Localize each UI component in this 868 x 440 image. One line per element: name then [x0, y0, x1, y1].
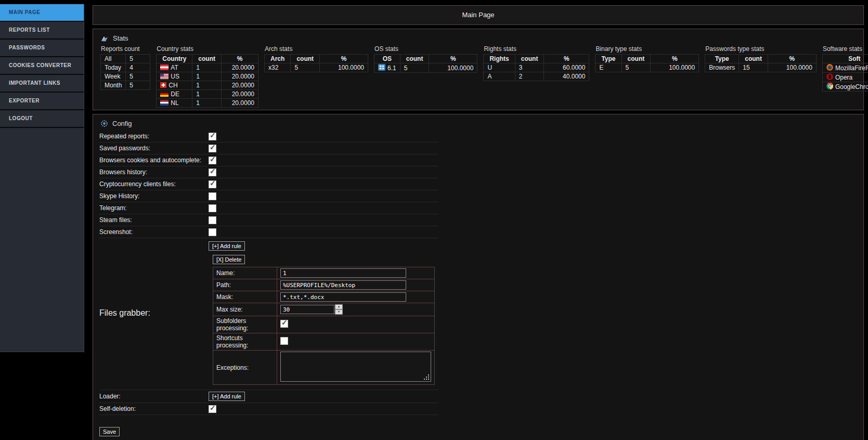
cell-percent: 100.0000	[320, 63, 368, 72]
repeated-reports-checkbox[interactable]	[209, 133, 216, 140]
cell-count: 2	[515, 72, 544, 81]
field-label: Exceptions:	[213, 351, 277, 385]
table-row: Today4	[101, 63, 150, 72]
table-row: U 3 60.0000	[484, 63, 589, 72]
config-row-telegram: Telegram:	[99, 202, 438, 214]
resize-grip-icon[interactable]	[428, 379, 429, 380]
rights-stats-table: Rights count % U 3 60.0000 A 2	[483, 54, 589, 81]
saved-passwords-checkbox[interactable]	[209, 145, 216, 152]
col-header: Type	[705, 55, 739, 63]
cell-count: 5	[621, 63, 651, 72]
cryptocurrency-files-checkbox[interactable]	[209, 180, 216, 188]
sidebar-item-main-page[interactable]: MAIN PAGE	[0, 4, 84, 22]
config-label: Skype History:	[99, 192, 209, 200]
cell-arch: x32	[265, 63, 291, 72]
col-header: OS	[374, 55, 400, 63]
browsers-cookies-checkbox[interactable]	[209, 157, 216, 164]
cell-count: 3	[515, 63, 544, 72]
col-header: Rights	[484, 55, 515, 63]
rule-path-input[interactable]	[280, 280, 406, 290]
cell-label: Week	[101, 72, 126, 81]
cell-country: NL	[157, 99, 192, 108]
stats-block-os: OS stats OS count % 6.1 5 100.0000	[374, 45, 477, 73]
table-row: Browsers 15 100.0000	[705, 63, 817, 72]
config-label: Telegram:	[99, 204, 209, 212]
save-button[interactable]: Save	[99, 427, 120, 436]
table-header-row: Arch count %	[265, 55, 368, 63]
cell-value: 4	[126, 63, 150, 72]
skype-history-checkbox[interactable]	[209, 192, 216, 200]
self-deletion-checkbox[interactable]	[209, 405, 216, 413]
gear-icon	[100, 120, 108, 127]
browsers-history-checkbox[interactable]	[209, 169, 216, 176]
field-label: Name:	[213, 267, 277, 279]
chrome-icon	[826, 83, 833, 89]
firefox-icon	[826, 64, 833, 71]
cell-country: CH	[157, 81, 192, 90]
screenshot-checkbox[interactable]	[209, 228, 216, 236]
config-label: Repeated reports:	[99, 133, 209, 140]
stepper-down-button[interactable]: ▼	[335, 309, 343, 315]
rule-name-input[interactable]	[280, 268, 406, 278]
flag-germany-icon	[160, 91, 169, 97]
cell-percent: 20.0000	[222, 81, 258, 90]
shortcuts-processing-checkbox[interactable]	[280, 337, 288, 345]
sidebar-item-cookies-converter[interactable]: COOKIES CONVERTER	[0, 57, 84, 75]
stats-block-software: Software stats Soft count % MozillaFireF…	[822, 45, 868, 92]
software-stats-table: Soft count % MozillaFireFox 9 60.0000 Op…	[822, 54, 868, 92]
table-row: Week5	[101, 72, 150, 81]
col-header: Soft	[822, 55, 868, 63]
sidebar-item-logout[interactable]: LOGOUT	[0, 110, 84, 128]
cell-percent: 20.0000	[222, 72, 258, 81]
cell-rights: A	[484, 72, 515, 81]
config-row-cryptocurrency-files: Cryptocurrency clients files:	[99, 178, 438, 190]
field-value-cell	[277, 267, 435, 279]
files-grabber-label: Files grabber:	[99, 308, 209, 318]
col-header: %	[429, 55, 477, 63]
stats-block-reports-count: Reports count All5 Today4 Week5 Month5	[100, 45, 150, 90]
subfolders-processing-checkbox[interactable]	[280, 320, 288, 328]
stats-block-title: Passwords type stats	[705, 45, 817, 53]
sidebar-item-reports-list[interactable]: REPORTS LIST	[0, 22, 84, 40]
table-row: MozillaFireFox 9 60.0000	[822, 63, 868, 73]
rule-field-row: Max size: ▲▼	[213, 303, 435, 316]
table-header-row: Type count %	[595, 55, 699, 63]
sidebar: MAIN PAGE REPORTS LIST PASSWORDS COOKIES…	[0, 4, 84, 352]
cell-soft: GoogleChrome	[822, 82, 868, 92]
add-rule-button[interactable]: [+] Add rule	[209, 241, 245, 251]
loader-row: Loader: [+] Add rule	[99, 390, 438, 403]
loader-add-rule-button[interactable]: [+] Add rule	[209, 392, 245, 401]
sidebar-item-exporter[interactable]: EXPORTER	[0, 93, 84, 110]
config-row-skype-history: Skype History:	[99, 190, 438, 202]
software-name: MozillaFireFox	[835, 64, 868, 72]
col-header: %	[651, 55, 699, 63]
sidebar-item-passwords[interactable]: PASSWORDS	[0, 40, 84, 57]
stepper-buttons: ▲▼	[335, 304, 343, 315]
files-grabber-controls: [+] Add rule [X] Delete Name: Path:	[209, 241, 438, 385]
cell-type: E	[595, 63, 621, 72]
exceptions-textarea[interactable]	[280, 352, 431, 382]
stats-block-title: Software stats	[823, 45, 868, 53]
col-header: %	[222, 55, 258, 63]
table-row: 6.1 5 100.0000	[374, 63, 477, 73]
delete-rule-button[interactable]: [X] Delete	[213, 255, 245, 264]
table-row: Opera 3 20.0000	[822, 73, 868, 82]
cell-count: 1	[192, 90, 222, 99]
col-header: Type	[595, 55, 621, 63]
telegram-checkbox[interactable]	[209, 204, 216, 212]
col-header: %	[544, 55, 589, 63]
stepper-up-button[interactable]: ▲	[335, 304, 343, 309]
rule-mask-input[interactable]	[280, 292, 406, 302]
sidebar-item-important-links[interactable]: IMPORTANT LINKS	[0, 75, 84, 93]
country-code: US	[171, 73, 179, 80]
config-label: Browsers history:	[99, 169, 209, 176]
col-header: count	[192, 55, 222, 63]
table-header-row: Rights count %	[484, 55, 589, 63]
stats-blocks-row: Reports count All5 Today4 Week5 Month5 C…	[100, 45, 863, 108]
steam-files-checkbox[interactable]	[209, 216, 216, 224]
table-row: CH 1 20.0000	[157, 81, 258, 90]
cell-country: US	[157, 72, 192, 81]
passwords-type-stats-table: Type count % Browsers 15 100.0000	[705, 54, 817, 72]
rule-max-size-input[interactable]	[280, 305, 334, 314]
config-section-title: Config	[112, 120, 132, 127]
